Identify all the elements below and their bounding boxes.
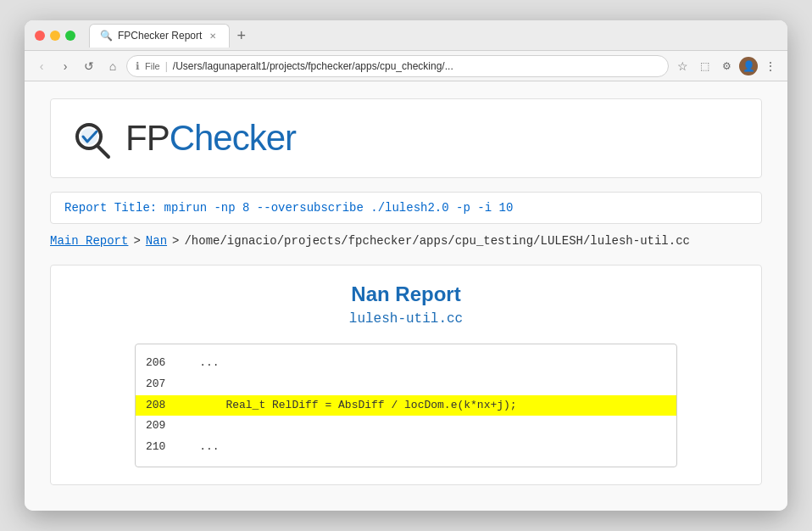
info-icon: ℹ	[136, 60, 140, 72]
traffic-lights	[35, 31, 75, 41]
tab-favicon: 🔍	[100, 30, 113, 42]
code-line: 210 ...	[136, 437, 676, 458]
nav-bar: ‹ › ↺ ⌂ ℹ File | /Users/lagunaperalt1/pr…	[25, 51, 787, 81]
line-number: 210	[146, 439, 173, 456]
line-number: 208	[146, 397, 173, 415]
breadcrumb-main-report[interactable]: Main Report	[50, 234, 128, 248]
bookmark-icon: ☆	[677, 59, 688, 73]
logo-icon	[68, 113, 119, 164]
nav-actions: ☆ ⬚ ⚙ 👤 ⋮	[672, 56, 781, 76]
breadcrumb-path: /home/ignacio/projects/fpchecker/apps/cp…	[184, 234, 690, 248]
refresh-button[interactable]: ↺	[79, 56, 99, 76]
menu-icon: ⋮	[765, 59, 776, 73]
line-content: Real_t RelDiff = AbsDiff / locDom.e(k*nx…	[173, 397, 517, 415]
logo-fp: FP	[125, 118, 170, 158]
breadcrumb-separator-1: >	[133, 234, 140, 248]
refresh-icon: ↺	[84, 59, 94, 73]
new-tab-button[interactable]: +	[230, 28, 253, 43]
code-line: 206 ...	[136, 353, 676, 374]
active-tab[interactable]: 🔍 FPChecker Report ✕	[89, 24, 230, 48]
back-button[interactable]: ‹	[31, 56, 52, 76]
browser-window: 🔍 FPChecker Report ✕ + ‹ › ↺ ⌂ ℹ File | …	[25, 20, 787, 511]
titlebar: 🔍 FPChecker Report ✕ +	[25, 20, 787, 51]
code-line: 209	[136, 416, 676, 437]
report-heading: Nan Report	[68, 282, 744, 306]
tab-title: FPChecker Report	[118, 30, 202, 42]
logo-checker: Checker	[170, 118, 296, 158]
page-content: FPChecker Report Title: mpirun -np 8 --o…	[25, 81, 787, 511]
home-icon: ⌂	[109, 59, 116, 73]
bookmark-button[interactable]: ☆	[672, 56, 692, 76]
breadcrumb: Main Report > Nan > /home/ignacio/projec…	[50, 234, 762, 248]
breadcrumb-separator-2: >	[172, 234, 179, 248]
line-content: ...	[173, 355, 220, 372]
line-number: 206	[146, 355, 173, 372]
extensions-icon: ⚙	[722, 60, 731, 72]
avatar: 👤	[739, 57, 758, 75]
home-button[interactable]: ⌂	[103, 56, 123, 76]
back-icon: ‹	[40, 59, 44, 73]
code-line: 208 Real_t RelDiff = AbsDiff / locDom.e(…	[136, 395, 676, 416]
main-content: Nan Report lulesh-util.cc 206 ...207208 …	[50, 265, 762, 485]
svg-line-1	[97, 146, 108, 157]
code-line: 207	[136, 374, 676, 395]
address-bar[interactable]: ℹ File | /Users/lagunaperalt1/projects/f…	[126, 55, 669, 77]
forward-button[interactable]: ›	[55, 56, 75, 76]
logo-text: FPChecker	[125, 118, 296, 159]
maximize-button[interactable]	[65, 31, 75, 41]
line-number: 209	[146, 417, 173, 435]
profile-button[interactable]: 👤	[738, 56, 759, 76]
address-text: /Users/lagunaperalt1/projects/fpchecker/…	[173, 60, 453, 72]
report-filename: lulesh-util.cc	[68, 311, 744, 327]
breadcrumb-nan[interactable]: Nan	[146, 234, 167, 248]
cast-button[interactable]: ⬚	[694, 56, 715, 76]
report-title-bar: Report Title: mpirun -np 8 --oversubscri…	[50, 192, 762, 224]
line-content: ...	[173, 439, 220, 456]
extensions-button[interactable]: ⚙	[716, 56, 737, 76]
close-button[interactable]	[35, 31, 45, 41]
address-separator: |	[165, 60, 168, 72]
forward-icon: ›	[64, 59, 68, 73]
tab-bar: 🔍 FPChecker Report ✕ +	[89, 24, 777, 48]
line-number: 207	[146, 376, 173, 394]
minimize-button[interactable]	[50, 31, 60, 41]
protocol-label: File	[145, 61, 160, 71]
menu-button[interactable]: ⋮	[760, 56, 781, 76]
tab-close-button[interactable]: ✕	[207, 30, 219, 42]
code-block: 206 ...207208 Real_t RelDiff = AbsDiff /…	[135, 344, 677, 467]
logo-area: FPChecker	[50, 98, 762, 178]
cast-icon: ⬚	[700, 60, 709, 72]
report-title-text: Report Title: mpirun -np 8 --oversubscri…	[64, 201, 513, 215]
